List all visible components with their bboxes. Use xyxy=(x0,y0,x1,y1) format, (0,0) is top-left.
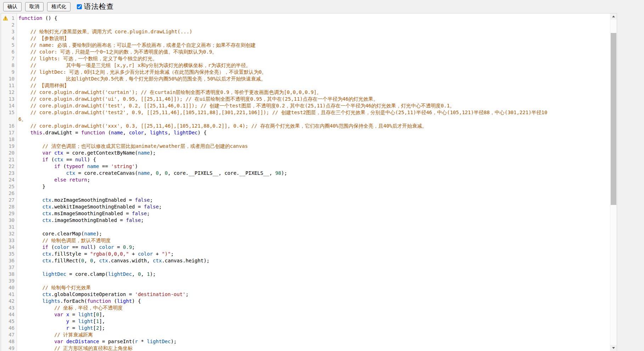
line-number: 19 xyxy=(1,143,17,150)
code-line: 27 ctx.mozImageSmoothingEnabled = false; xyxy=(1,197,610,204)
line-number: 9 xyxy=(1,69,17,76)
vertical-scrollbar[interactable] xyxy=(610,13,617,351)
code-text[interactable] xyxy=(17,278,610,284)
code-line: 12 // core.plugin.drawLight('curtain'); … xyxy=(1,89,610,96)
code-lines[interactable]: !1function () {23 // 绘制灯光/漆黑层效果。调用方式 cor… xyxy=(1,13,610,351)
code-text[interactable]: // 坐标，半径，中心不透明度 xyxy=(17,305,610,311)
code-text[interactable]: if (color == null) color = 0.9; xyxy=(17,244,610,251)
code-text[interactable]: core.clearMap(name); xyxy=(17,230,610,237)
code-text[interactable]: lightDec = core.clamp(lightDec, 0, 1); xyxy=(17,271,610,278)
code-text[interactable]: } xyxy=(17,183,610,190)
warning-icon: ! xyxy=(3,16,8,21)
code-line: 29 ctx.msImageSmoothingEnabled = false; xyxy=(1,210,610,217)
line-number: 31 xyxy=(1,224,17,230)
code-line: 15 // core.plugin.drawLight('test2', 0.9… xyxy=(1,109,610,123)
code-line: 48 var decDistance = parseInt(r * lightD… xyxy=(1,338,610,345)
code-line: 36 ctx.fillRect(0, 0, ctx.canvas.width, … xyxy=(1,257,610,264)
toolbar: 确认 取消 格式化 语法检查 xyxy=(0,0,644,13)
code-text[interactable]: // core.plugin.drawLight('ui', 0.95, [[2… xyxy=(17,96,610,102)
code-text[interactable]: y = light[1], xyxy=(17,318,610,325)
code-text[interactable]: r = light[2]; xyxy=(17,325,610,332)
code-text[interactable]: // core.plugin.drawLight('curtain'); // … xyxy=(17,89,610,96)
code-text[interactable]: if (ctx == null) { xyxy=(17,156,610,163)
code-text[interactable]: // 绘制灯光/漆黑层效果。调用方式 core.plugin.drawLight… xyxy=(17,28,610,35)
code-line: 13 // core.plugin.drawLight('ui', 0.95, … xyxy=(1,96,610,102)
code-line: 33 // 绘制色调层，默认不透明度 xyxy=(1,237,610,244)
line-number: 22 xyxy=(1,163,17,170)
code-line: 32 core.clearMap(name); xyxy=(1,230,610,237)
code-text[interactable]: function () { xyxy=(17,15,610,22)
code-text[interactable]: // 绘制色调层，默认不透明度 xyxy=(17,237,610,244)
line-number: 49 xyxy=(1,345,17,351)
line-number: 14 xyxy=(1,102,17,109)
code-line: 37 xyxy=(1,264,610,271)
line-number: 5 xyxy=(1,42,17,49)
line-number: 39 xyxy=(1,278,17,284)
code-text[interactable]: // 正方形区域的直径和左上角坐标 xyxy=(17,345,610,351)
code-text[interactable] xyxy=(17,224,610,230)
code-text[interactable]: // 绘制每个灯光效果 xyxy=(17,284,610,291)
code-line: 46 r = light[2]; xyxy=(1,325,610,332)
code-line: 14 // core.plugin.drawLight('test', 0.2,… xyxy=(1,102,610,109)
code-text[interactable]: if (typeof name == 'string') xyxy=(17,163,610,170)
code-line: 35 ctx.fillStyle = "rgba(0,0,0," + color… xyxy=(1,251,610,257)
line-number: 40 xyxy=(1,284,17,291)
code-text[interactable]: // name: 必填，要绘制到的画布名；可以是一个系统画布，或者是个自定义画布… xyxy=(17,42,610,49)
line-number: 36 xyxy=(1,257,17,264)
code-text[interactable]: // color: 可选，只能是一个0~1之间的数，为不透明度的值。不填则默认为… xyxy=(17,49,610,55)
code-line: 23 ctx = core.createCanvas(name, 0, 0, c… xyxy=(1,170,610,177)
arrow-down-icon xyxy=(612,347,615,349)
confirm-button[interactable]: 确认 xyxy=(3,2,22,11)
code-text[interactable]: ctx.msImageSmoothingEnabled = false; xyxy=(17,210,610,217)
line-number: 42 xyxy=(1,298,17,305)
code-editor[interactable]: !1function () {23 // 绘制灯光/漆黑层效果。调用方式 cor… xyxy=(1,13,617,351)
code-line: 34 if (color == null) color = 0.9; xyxy=(1,244,610,251)
code-line: 7 // lights: 可选，一个数组，定义了每个独立的灯光。 xyxy=(1,55,610,62)
code-text[interactable]: // 【参数说明】 xyxy=(17,35,610,42)
line-number: 8 xyxy=(1,62,17,69)
code-text[interactable]: ctx = core.createCanvas(name, 0, 0, core… xyxy=(17,170,610,177)
code-text[interactable]: // 【调用样例】 xyxy=(17,82,610,89)
code-text[interactable]: // 比如lightDec为0.5代表，每个灯光部分内圈50%的范围全亮，50%… xyxy=(17,76,610,82)
code-text[interactable]: ctx.imageSmoothingEnabled = false; xyxy=(17,217,610,224)
code-text[interactable] xyxy=(17,22,610,28)
code-text[interactable]: this.drawLight = function (name, color, … xyxy=(17,129,610,136)
code-text[interactable]: ctx.globalCompositeOperation = 'destinat… xyxy=(17,291,610,298)
line-number: 6 xyxy=(1,49,17,55)
code-text[interactable]: // core.plugin.drawLight('xxx', 0.3, [[2… xyxy=(17,123,610,129)
code-text[interactable]: // lights: 可选，一个数组，定义了每个独立的灯光。 xyxy=(17,55,610,62)
format-button[interactable]: 格式化 xyxy=(47,2,70,11)
code-text[interactable]: lights.forEach(function (light) { xyxy=(17,298,610,305)
code-text[interactable]: // 其中每一项是三元组 [x,y,r] x和y分别为该灯光的横纵坐标，r为该灯… xyxy=(17,62,610,69)
line-number: 29 xyxy=(1,210,17,217)
code-text[interactable]: // core.plugin.drawLight('test2', 0.9, [… xyxy=(17,109,610,123)
code-text[interactable]: ctx.fillRect(0, 0, ctx.canvas.width, ctx… xyxy=(17,257,610,264)
code-text[interactable]: ctx.mozImageSmoothingEnabled = false; xyxy=(17,197,610,204)
code-text[interactable]: ctx.webkitImageSmoothingEnabled = false; xyxy=(17,204,610,210)
line-number: 21 xyxy=(1,156,17,163)
code-text[interactable] xyxy=(17,264,610,271)
scrollbar-up-button[interactable] xyxy=(610,13,617,20)
scrollbar-down-button[interactable] xyxy=(610,345,617,351)
code-text[interactable]: // 清空色调层；也可以修改成其它层比如animate/weather层，或者用… xyxy=(17,143,610,150)
syntax-check-checkbox[interactable] xyxy=(77,4,82,9)
line-number: 32 xyxy=(1,230,17,237)
svg-text:!: ! xyxy=(4,16,6,21)
code-text[interactable]: else return; xyxy=(17,177,610,183)
code-text[interactable]: var ctx = core.getContextByName(name); xyxy=(17,150,610,156)
code-line: 28 ctx.webkitImageSmoothingEnabled = fal… xyxy=(1,204,610,210)
scrollbar-thumb[interactable] xyxy=(611,33,616,205)
cancel-button[interactable]: 取消 xyxy=(25,2,44,11)
code-text[interactable]: var x = light[0], xyxy=(17,311,610,318)
code-line: 25 } xyxy=(1,183,610,190)
code-text[interactable]: // core.plugin.drawLight('test', 0.2, [[… xyxy=(17,102,610,109)
script-editor-page: 确认 取消 格式化 语法检查 !1function () {23 // 绘制灯光… xyxy=(0,0,644,351)
code-text[interactable] xyxy=(17,136,610,143)
code-text[interactable]: // lightDec: 可选，0到1之间，光从多少百分比才开始衰减（在此范围内… xyxy=(17,69,610,76)
line-number: 18 xyxy=(1,136,17,143)
code-text[interactable]: // 计算衰减距离 xyxy=(17,332,610,338)
code-text[interactable]: var decDistance = parseInt(r * lightDec)… xyxy=(17,338,610,345)
code-text[interactable] xyxy=(17,190,610,197)
line-number: 44 xyxy=(1,311,17,318)
code-text[interactable]: ctx.fillStyle = "rgba(0,0,0," + color + … xyxy=(17,251,610,257)
